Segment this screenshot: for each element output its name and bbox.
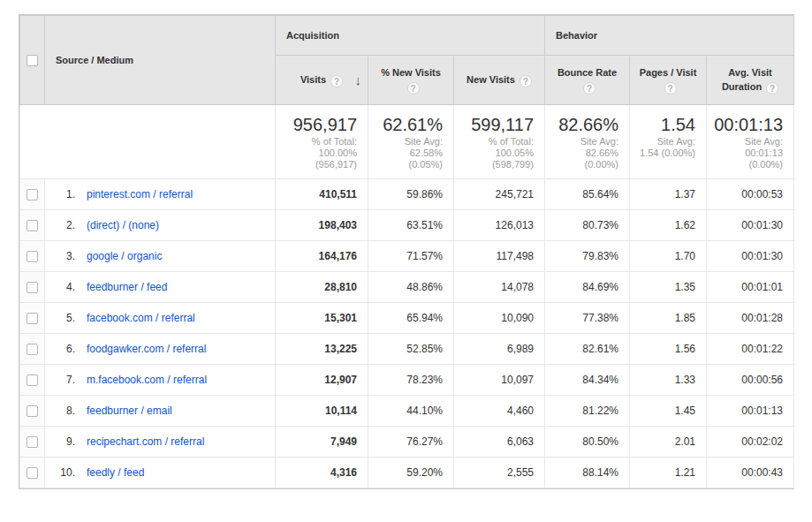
pages-per-visit-help-icon[interactable]: ? — [664, 82, 677, 95]
source-medium-label: Source / Medium — [56, 55, 133, 65]
pages-per-visit-label: Pages / Visit — [634, 65, 702, 79]
bounce-rate-cell: 81.22% — [545, 396, 630, 427]
column-header-avg-visit-duration[interactable]: Avg. Visit Duration? — [707, 56, 794, 105]
source-medium-link[interactable]: (direct) / (none) — [87, 219, 159, 231]
row-checkbox[interactable] — [27, 374, 38, 386]
pct-new-visits-cell: 71.57% — [368, 241, 454, 272]
totals-bounce-rate-cell: 82.66% Site Avg: 82.66% (0.00%) — [545, 105, 630, 179]
table-row: 2.(direct) / (none) 198,403 63.51% 126,0… — [20, 210, 794, 241]
avg-visit-duration-label-line2: Duration — [722, 81, 762, 92]
bounce-rate-help-icon[interactable]: ? — [583, 82, 596, 95]
row-checkbox[interactable] — [27, 344, 38, 355]
bounce-rate-cell: 80.50% — [545, 427, 630, 458]
visits-cell: 4,316 — [276, 458, 368, 488]
source-medium-link[interactable]: pinterest.com / referral — [87, 188, 193, 200]
bounce-rate-cell: 77.38% — [545, 303, 630, 334]
row-checkbox-cell — [20, 334, 45, 365]
column-header-bounce-rate[interactable]: Bounce Rate ? — [545, 56, 630, 105]
row-rank: 7. — [50, 374, 75, 386]
new-visits-cell: 10,090 — [454, 303, 545, 334]
row-checkbox-cell — [20, 427, 45, 458]
new-visits-cell: 4,460 — [454, 396, 545, 427]
select-all-cell — [20, 16, 45, 105]
row-checkbox[interactable] — [27, 282, 38, 293]
row-checkbox[interactable] — [27, 251, 38, 262]
source-medium-cell: 5.facebook.com / referral — [45, 303, 276, 334]
totals-new-visits-value: 599,117 — [454, 114, 534, 135]
select-all-checkbox[interactable] — [27, 55, 38, 66]
table-row: 7.m.facebook.com / referral 12,907 78.23… — [20, 365, 794, 396]
bounce-rate-help-line: ? — [549, 79, 626, 95]
pct-new-visits-help-icon[interactable]: ? — [407, 82, 420, 95]
avg-visit-duration-cell: 00:01:01 — [707, 272, 794, 303]
totals-avg-visit-duration-subtext: Site Avg: 00:01:13 (0.00%) — [707, 136, 783, 170]
table-row: 8.feedburner / email 10,114 44.10% 4,460… — [20, 396, 794, 427]
source-medium-link[interactable]: m.facebook.com / referral — [87, 374, 207, 386]
pages-per-visit-cell: 1.35 — [630, 272, 707, 303]
group-header-acquisition: Acquisition — [276, 16, 545, 56]
new-visits-cell: 117,498 — [454, 241, 545, 272]
source-medium-link[interactable]: facebook.com / referral — [87, 312, 195, 324]
source-medium-link[interactable]: google / organic — [87, 250, 162, 262]
totals-avg-visit-duration-cell: 00:01:13 Site Avg: 00:01:13 (0.00%) — [707, 105, 794, 179]
visits-cell: 7,949 — [276, 427, 368, 458]
source-medium-link[interactable]: recipechart.com / referral — [87, 435, 204, 448]
header-group-row: Source / Medium Acquisition Behavior — [20, 16, 794, 56]
totals-pct-new-visits-cell: 62.61% Site Avg: 62.58% (0.05%) — [368, 105, 454, 179]
column-header-visits[interactable]: Visits? ↓ — [276, 56, 368, 105]
bounce-rate-label: Bounce Rate — [549, 65, 626, 79]
table-row: 5.facebook.com / referral 15,301 65.94% … — [20, 303, 794, 334]
pages-per-visit-cell: 1.70 — [630, 241, 707, 272]
avg-visit-duration-cell: 00:01:28 — [707, 303, 794, 334]
pct-new-visits-cell: 76.27% — [368, 427, 454, 458]
avg-visit-duration-line2: Duration? — [710, 79, 790, 95]
pages-per-visit-cell: 1.45 — [630, 396, 707, 427]
row-checkbox-cell — [20, 365, 45, 396]
avg-visit-duration-help-icon[interactable]: ? — [766, 82, 778, 95]
source-medium-link[interactable]: foodgawker.com / referral — [87, 343, 206, 355]
new-visits-cell: 126,013 — [454, 210, 545, 241]
avg-visit-duration-cell: 00:02:02 — [707, 427, 794, 458]
row-rank: 3. — [50, 250, 75, 262]
source-medium-cell: 2.(direct) / (none) — [45, 210, 276, 241]
source-medium-link[interactable]: feedly / feed — [87, 466, 144, 479]
avg-visit-duration-cell: 00:00:53 — [707, 179, 794, 210]
row-checkbox[interactable] — [27, 189, 38, 200]
visits-label: Visits — [300, 74, 326, 85]
column-header-new-visits[interactable]: New Visits? — [454, 56, 545, 105]
row-rank: 2. — [50, 219, 75, 231]
new-visits-cell: 245,721 — [454, 179, 545, 210]
bounce-rate-cell: 79.83% — [545, 241, 630, 272]
avg-visit-duration-cell: 00:00:56 — [707, 365, 794, 396]
row-checkbox[interactable] — [27, 220, 38, 231]
row-rank: 6. — [50, 343, 75, 355]
column-header-pct-new-visits[interactable]: % New Visits ? — [368, 56, 454, 105]
totals-row: 956,917 % of Total: 100.00% (956,917) 62… — [20, 105, 794, 179]
row-checkbox[interactable] — [27, 405, 38, 417]
pages-per-visit-cell: 1.62 — [630, 210, 707, 241]
pct-new-visits-cell: 52.85% — [368, 334, 454, 365]
sort-descending-icon[interactable]: ↓ — [355, 73, 362, 87]
row-checkbox[interactable] — [27, 436, 38, 448]
new-visits-help-icon[interactable]: ? — [520, 75, 532, 87]
source-medium-link[interactable]: feedburner / email — [87, 405, 172, 417]
totals-pct-new-visits-subtext: Site Avg: 62.58% (0.05%) — [368, 136, 443, 170]
totals-bounce-rate-subtext: Site Avg: 82.66% (0.00%) — [545, 136, 618, 170]
source-medium-link[interactable]: feedburner / feed — [87, 281, 167, 293]
column-header-pages-per-visit[interactable]: Pages / Visit ? — [630, 56, 707, 105]
table-row: 6.foodgawker.com / referral 13,225 52.85… — [20, 334, 794, 365]
source-medium-cell: 1.pinterest.com / referral — [45, 179, 276, 210]
row-checkbox[interactable] — [27, 313, 38, 324]
totals-pages-per-visit-cell: 1.54 Site Avg: 1.54 (0.00%) — [630, 105, 707, 179]
pct-new-visits-cell: 63.51% — [368, 210, 454, 241]
group-header-behavior: Behavior — [545, 16, 794, 56]
pages-per-visit-cell: 1.33 — [630, 365, 707, 396]
column-header-source-medium[interactable]: Source / Medium — [45, 16, 276, 105]
source-medium-cell: 10.feedly / feed — [45, 458, 276, 488]
visits-help-icon[interactable]: ? — [330, 75, 343, 87]
pct-new-visits-cell: 44.10% — [368, 396, 454, 427]
row-checkbox-cell — [20, 179, 45, 210]
row-checkbox[interactable] — [27, 467, 38, 479]
totals-pct-new-visits-value: 62.61% — [368, 114, 443, 135]
avg-visit-duration-cell: 00:01:13 — [707, 396, 794, 427]
